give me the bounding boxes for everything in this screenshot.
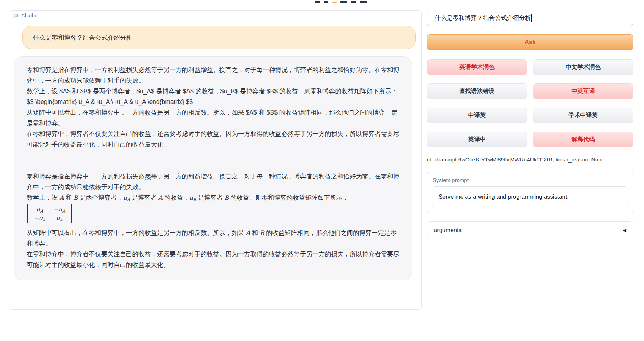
quick-button-3[interactable]: 查找语法错误 bbox=[427, 83, 527, 99]
quick-button-5[interactable]: 中译英 bbox=[427, 108, 527, 123]
chatbot-label: Chatbot bbox=[9, 11, 44, 21]
bot-message-paragraph: 在零和博弈中，博弈者不仅要关注自己的收益，还需要考虑对手的收益。因为一方取得的收… bbox=[27, 128, 399, 150]
collapse-triangle-icon: ◀ bbox=[623, 227, 626, 233]
user-message-bubble: 什么是零和博弈？结合公式介绍分析 bbox=[22, 26, 416, 49]
ask-button[interactable]: Ask bbox=[427, 34, 633, 50]
bot-message-paragraph: 在零和博弈中，博弈者不仅要关注自己的收益，还需要考虑对手的收益。因为一方取得的收… bbox=[27, 249, 399, 270]
chatbot-panel: Chatbot 什么是零和博弈？结合公式介绍分析 零和博弈是指在博弈中，一方的利… bbox=[9, 10, 422, 310]
user-message-text: 什么是零和博弈？结合公式介绍分析 bbox=[33, 33, 132, 42]
question-input-value: 什么是零和博弈？结合公式介绍分析 bbox=[435, 14, 531, 22]
system-prompt-input[interactable]: Serve me as a writing and programming as… bbox=[432, 186, 628, 207]
text-cursor bbox=[531, 14, 532, 22]
bot-message-paragraph: 从矩阵中可以看出，在零和博弈中，一方的收益是另一方的相反数。所以，如果 A 和 … bbox=[27, 227, 399, 249]
system-prompt-value: Serve me as a writing and programming as… bbox=[438, 193, 569, 200]
bot-message-paragraph: $$ \begin{bmatrix} u_A & -u_A \ -u_A & u… bbox=[27, 97, 399, 107]
bot-message-bubble: 零和博弈是指在博弈中，一方的利益损失必然等于另一方的利益增益。换言之，对于每一种… bbox=[14, 56, 412, 280]
quick-button-2[interactable]: 中文学术润色 bbox=[533, 59, 633, 75]
bot-message-paragraph: 零和博弈是指在博弈中，一方的利益损失必然等于另一方的利益增益。换言之，对于每一种… bbox=[27, 65, 399, 86]
chat-bubble-icon bbox=[13, 13, 18, 18]
chatbot-label-text: Chatbot bbox=[21, 13, 39, 18]
app-root: Chatbot 什么是零和博弈？结合公式介绍分析 零和博弈是指在博弈中，一方的利… bbox=[0, 0, 644, 341]
quick-button-6[interactable]: 学术中译英 bbox=[533, 108, 633, 123]
arguments-accordion[interactable]: arguments ◀ bbox=[427, 221, 633, 238]
bot-message-content: 零和博弈是指在博弈中，一方的利益损失必然等于另一方的利益增益。换言之，对于每一种… bbox=[27, 65, 399, 270]
question-input[interactable]: 什么是零和博弈？结合公式介绍分析 bbox=[427, 10, 633, 26]
quick-button-7[interactable]: 英译中 bbox=[427, 132, 527, 147]
bot-message-paragraph: 从矩阵中可以看出，在零和博弈中，一方的收益是另一方的相反数。所以，如果 $A$ … bbox=[27, 107, 399, 128]
system-prompt-label: System prompt bbox=[433, 177, 628, 183]
completion-status-text: id: chatcmpl-6wOo7KrYTwMl89lbrMWRu4UkFFX… bbox=[427, 156, 605, 163]
message-gap bbox=[27, 150, 399, 171]
payoff-matrix: uA−uA−uAuA bbox=[27, 204, 399, 226]
bot-message-paragraph: 数学上，设 $A$ 和 $B$ 是两个博弈者，$u_A$ 是博弈者 $A$ 的收… bbox=[27, 86, 399, 97]
quick-buttons-grid: 英语学术润色中文学术润色查找语法错误中英互译中译英学术中译英英译中解释代码 bbox=[427, 59, 633, 147]
bot-message-paragraph: 零和博弈是指在博弈中，一方的利益损失必然等于另一方的利益增益。换言之，对于每一种… bbox=[27, 171, 399, 192]
quick-button-8[interactable]: 解释代码 bbox=[533, 132, 633, 147]
system-prompt-card: System prompt Serve me as a writing and … bbox=[427, 172, 633, 213]
quick-button-4[interactable]: 中英互译 bbox=[533, 83, 633, 99]
clipped-page-title bbox=[315, 0, 367, 3]
quick-button-1[interactable]: 英语学术润色 bbox=[427, 59, 527, 75]
bot-message-paragraph: 数学上，设 A 和 B 是两个博弈者，uA 是博弈者 A 的收益，uB 是博弈者… bbox=[27, 192, 399, 203]
arguments-accordion-label: arguments bbox=[434, 227, 462, 233]
